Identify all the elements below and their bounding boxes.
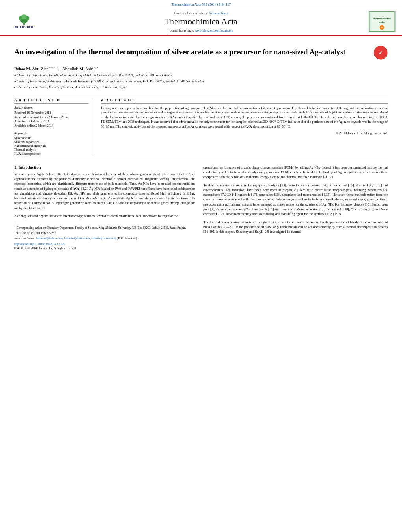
issn-line: 0040-6031/© 2014 Elsevier B.V. All right… [14,247,195,250]
svg-text:ta: ta [381,26,383,29]
section1-right-para3: The thermal decomposition of metal carbo… [203,220,388,234]
header-center: Contents lists available at ScienceDirec… [42,11,360,32]
svg-text:acta: acta [379,20,385,24]
svg-point-4 [21,14,26,19]
affiliations: a Chemistry Department, Faculty of Scien… [14,73,388,89]
sciencedirect-link[interactable]: ScienceDirect [209,11,228,15]
email-label: E-mail addresses: [14,237,36,240]
author2-superscript: a, b [94,66,98,69]
section1-right-para1: operational performance of organic phase… [203,165,388,180]
footnote-tel: Tel.: +966 5637375613/269552292. [14,231,195,235]
abstract-col: A B S T R A C T In this paper, we report… [101,98,388,156]
keyword-5: H₂O₂ decomposition [14,152,89,156]
received-date: Received 10 November 2013 [14,111,89,115]
available-online-date: Available online 2 March 2014 [14,124,89,128]
journal-top-bar: Thermochimica Acta 581 (2014) 110–117 [0,0,402,7]
abstract-text: In this paper, we report a facile method… [101,106,388,129]
body-col-right: operational performance of organic phase… [203,165,388,250]
keywords-label: Keywords: [14,132,89,135]
article-title: An investigation of the thermal decompos… [14,47,370,57]
affil-a-text: a Chemistry Department, Faculty of Scien… [14,73,173,78]
keyword-4: Thermal analysis [14,148,89,152]
svg-text:thermochimica: thermochimica [373,17,391,20]
article-info-label: A R T I C L E I N F O [14,98,89,104]
crossmark-area: ✓ [374,46,388,61]
footnote-star: * Corresponding author at: Chemistry Dep… [14,225,195,230]
footnote-section: * Corresponding author at: Chemistry Dep… [14,222,195,250]
journal-homepage: journal homepage: www.elsevier.com/locat… [42,28,360,32]
thermochimica-logo-icon: thermochimica acta ta [368,11,396,32]
svg-text:✓: ✓ [378,50,383,56]
email-suffix: (B.M. Abu-Zied). [117,237,138,240]
accepted-date: Accepted 12 February 2014 [14,120,89,123]
received-revised-date: Received in revised form 22 January 2014 [14,115,89,119]
journal-url[interactable]: www.elsevier.com/locate/tca [195,28,233,32]
page: Thermochimica Acta 581 (2014) 110–117 EL… [0,0,402,532]
author1-superscript: a, b, c, * [49,66,58,69]
crossmark-icon: ✓ [374,46,388,60]
elsevier-text: ELSEVIER [15,26,34,29]
author2-name: , Abdullah M. Asiri [60,66,94,70]
keyword-3: Nanostructured materials [14,144,89,148]
thermochimica-logo-area: thermochimica acta ta [360,11,396,32]
article-meta-section: A R T I C L E I N F O Article history: R… [14,95,388,159]
main-body: 1. Introduction In recent years, Ag NPs … [14,165,388,250]
section1-para2: As a step forward beyond the above-menti… [14,213,195,218]
copyright-line: © 2014 Elsevier B.V. All rights reserved… [101,132,388,135]
contents-available: Contents lists available at ScienceDirec… [42,11,360,15]
article-content: An investigation of the thermal decompos… [0,36,402,250]
history-label: Article history: [14,106,89,109]
email2-link[interactable]: bahuzied@kau.edu.sa [64,237,90,240]
doi-line: http://dx.doi.org/10.1016/j.tca.2014.02.… [14,242,195,246]
section1-heading: 1. Introduction [14,165,195,169]
journal-title: Thermochimica Acta [42,17,360,27]
affil-c-text: c Chemistry Department, Faculty of Scien… [14,85,127,90]
keyword-1: Silver acetate [14,136,89,140]
journal-header: ELSEVIER Contents lists available at Sci… [0,7,402,36]
affil-b-text: b Center of Excellence for Advanced Mate… [14,79,204,84]
keyword-2: Silver nanoparticles [14,140,89,144]
email3-link[interactable]: bahzied@aun.edu.eg [91,237,116,240]
affiliation-a: a Chemistry Department, Faculty of Scien… [14,73,388,78]
article-info-col: A R T I C L E I N F O Article history: R… [14,98,93,156]
affiliation-b: b Center of Excellence for Advanced Mate… [14,79,388,84]
section1-para1: In recent years, Ag NPs have attracted i… [14,172,195,211]
body-col-left: 1. Introduction In recent years, Ag NPs … [14,165,195,250]
affiliation-c: c Chemistry Department, Faculty of Scien… [14,85,388,90]
abstract-label: A B S T R A C T [101,98,388,104]
footnote-email: E-mail addresses: bahuzied@yahoo.com, ba… [14,237,195,241]
journal-citation: Thermochimica Acta 581 (2014) 110–117 [171,2,231,6]
elsevier-logo: ELSEVIER [8,14,40,30]
email1-link[interactable]: bahuzied@yahoo.com [36,237,63,240]
elsevier-logo-area: ELSEVIER [6,14,42,30]
doi-link[interactable]: http://dx.doi.org/10.1016/j.tca.2014.02.… [14,242,65,246]
section1-number: 1. [14,165,17,169]
section1-right-para2: To date, numerous methods, including spr… [203,183,388,217]
journal-logo-svg: thermochimica acta ta [368,11,395,32]
author1-name: Bahaa M. Abu-Zied [14,66,49,70]
authors-line: Bahaa M. Abu-Zieda, b, c, *, , Abdullah … [14,66,388,71]
section1-title: Introduction [19,165,41,169]
elsevier-tree-icon [16,14,32,26]
